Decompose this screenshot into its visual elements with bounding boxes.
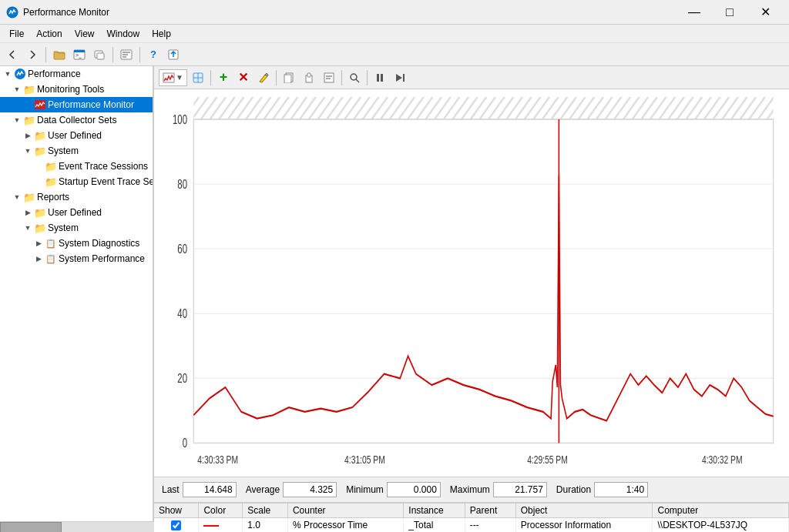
monitoring-expand: ▼ [12, 85, 22, 94]
back-button[interactable] [3, 45, 22, 64]
duration-value: 1:40 [594, 482, 648, 497]
svg-text:60: 60 [177, 242, 187, 256]
left-panel: ▼ Performance ▼ 📁 Monitoring Tools [0, 66, 154, 532]
tree-reports[interactable]: ▼ 📁 Reports [0, 189, 153, 205]
freeze-button[interactable] [189, 69, 207, 87]
menu-view[interactable]: View [69, 25, 101, 42]
average-value: 4.325 [283, 482, 337, 497]
duration-label: Duration [556, 484, 591, 495]
chart-toolbar: ▼ + ✕ [154, 66, 789, 89]
svg-text:4:31:05 PM: 4:31:05 PM [344, 453, 385, 466]
counter-table: Show Color Scale Counter Instance Parent… [154, 504, 789, 532]
paste-counter-button[interactable] [300, 69, 318, 87]
properties-button2[interactable] [320, 69, 338, 87]
last-label: Last [162, 484, 180, 495]
col-object: Object [515, 504, 653, 518]
new-window-button[interactable] [90, 45, 109, 64]
minimize-button[interactable]: — [677, 0, 712, 25]
title-bar: Performance Monitor — □ ✕ [0, 0, 789, 25]
highlight-button[interactable] [254, 69, 273, 87]
st-icon: 📁 [45, 176, 57, 188]
col-computer: Computer [653, 504, 789, 518]
folder-button[interactable] [50, 45, 69, 64]
tree-data-collector-sets[interactable]: ▼ 📁 Data Collector Sets [0, 112, 153, 128]
tree-system-2[interactable]: ▼ 📁 System [0, 220, 153, 236]
tree-system-performance[interactable]: ▶ 📋 System Performance [0, 251, 153, 266]
svg-rect-27 [377, 74, 379, 82]
menu-help[interactable]: Help [146, 25, 177, 42]
ud2-icon: 📁 [34, 206, 46, 219]
col-show: Show [154, 504, 199, 518]
export-button[interactable] [164, 45, 183, 64]
zoom-button[interactable] [345, 69, 364, 87]
main-toolbar: >_ ? [0, 43, 789, 66]
dcs-expand: ▼ [12, 115, 22, 125]
svg-text:40: 40 [177, 306, 187, 320]
svg-text:4:30:33 PM: 4:30:33 PM [197, 453, 238, 466]
ud2-expand: ▶ [23, 208, 32, 217]
svg-rect-21 [307, 73, 311, 77]
menu-file[interactable]: File [3, 25, 30, 42]
tree-event-trace[interactable]: 📁 Event Trace Sessions [0, 159, 153, 174]
sys1-expand: ▼ [23, 146, 32, 156]
svg-text:4:30:32 PM: 4:30:32 PM [702, 453, 743, 466]
window-title: Performance Monitor [23, 7, 677, 18]
rep-icon: 📁 [23, 191, 35, 203]
help-button[interactable]: ? [144, 45, 163, 64]
col-scale: Scale [243, 504, 288, 518]
svg-rect-30 [403, 74, 405, 82]
performance-chart[interactable]: 100 80 60 40 20 0 4:30:33 PM 4:31:05 PM … [162, 97, 781, 477]
svg-rect-22 [324, 73, 334, 82]
sd-expand: ▶ [34, 239, 43, 248]
svg-text:0: 0 [183, 436, 188, 450]
close-button[interactable]: ✕ [747, 0, 783, 25]
dcs-label: Data Collector Sets [37, 115, 116, 125]
tree-performance-monitor[interactable]: Performance Monitor [0, 97, 153, 112]
counter-table-area: Show Color Scale Counter Instance Parent… [154, 502, 789, 532]
tree-user-defined-2[interactable]: ▶ 📁 User Defined [0, 205, 153, 220]
sys2-label: System [48, 223, 79, 233]
sp-label: System Performance [59, 253, 145, 264]
rep-expand: ▼ [12, 192, 22, 202]
tree-system-diagnostics[interactable]: ▶ 📋 System Diagnostics [0, 236, 153, 251]
maximize-button[interactable]: □ [712, 0, 747, 25]
ud1-label: User Defined [48, 130, 102, 141]
view-type-dropdown[interactable]: ▼ [159, 69, 187, 86]
main-container: ▼ Performance ▼ 📁 Monitoring Tools [0, 66, 789, 532]
ud1-expand: ▶ [23, 131, 32, 140]
add-counter-button[interactable]: + [214, 69, 233, 87]
forward-button[interactable] [23, 45, 42, 64]
ud1-icon: 📁 [34, 129, 46, 142]
sp-icon: 📋 [45, 253, 57, 265]
table-row[interactable]: 1.0 % Processor Time _Total --- Processo… [154, 518, 789, 533]
svg-text:4:29:55 PM: 4:29:55 PM [527, 453, 568, 466]
show-checkbox[interactable] [171, 520, 181, 530]
menu-bar: File Action View Window Help [0, 25, 789, 43]
tree-monitoring-tools[interactable]: ▼ 📁 Monitoring Tools [0, 82, 153, 97]
average-label: Average [246, 484, 280, 495]
menu-action[interactable]: Action [30, 25, 68, 42]
properties-button[interactable] [117, 45, 136, 64]
console-button[interactable]: >_ [70, 45, 89, 64]
color-cell [199, 518, 243, 533]
tree-root[interactable]: ▼ Performance [0, 66, 153, 82]
delete-counter-button[interactable]: ✕ [234, 69, 253, 87]
svg-line-26 [356, 79, 359, 82]
svg-rect-33 [193, 119, 773, 443]
svg-text:100: 100 [173, 112, 187, 126]
copy-properties-button[interactable] [280, 69, 298, 87]
monitoring-tools-label: Monitoring Tools [37, 84, 104, 95]
app-icon [6, 6, 18, 18]
tree-system-1[interactable]: ▼ 📁 System [0, 143, 153, 159]
next-frame-button[interactable] [391, 69, 409, 87]
object-cell: Processor Information [515, 518, 653, 533]
pause-button[interactable] [371, 69, 389, 87]
menu-window[interactable]: Window [101, 25, 146, 42]
scrollbar-thumb[interactable] [0, 522, 62, 532]
sys2-icon: 📁 [34, 222, 46, 234]
tree-root-label: Performance [28, 69, 81, 79]
monitoring-folder-icon: 📁 [23, 83, 35, 95]
tree-user-defined-1[interactable]: ▶ 📁 User Defined [0, 128, 153, 143]
root-icon [14, 68, 26, 80]
tree-startup-trace[interactable]: 📁 Startup Event Trace Sess... [0, 174, 153, 189]
